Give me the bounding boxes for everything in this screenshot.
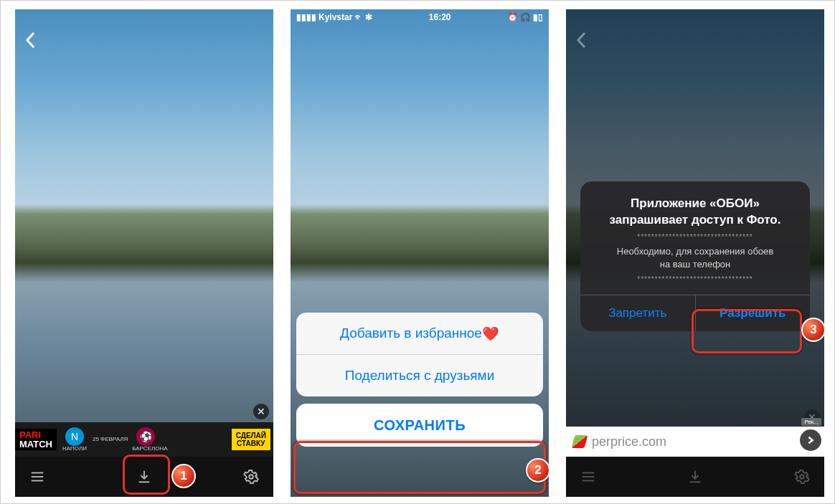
share-button[interactable]: Поделиться с друзьями: [296, 354, 543, 396]
alert-description: Необходимо, для сохранения обоевна ваш т…: [590, 245, 800, 271]
screenshot-3: Приложение «ОБОИ»запрашивает доступ к Фо…: [566, 9, 824, 497]
separator: *********************************: [590, 275, 800, 283]
ad-go-icon[interactable]: [800, 429, 821, 451]
highlight-allow: [692, 309, 802, 353]
ad-cta[interactable]: СДЕЛАЙСТАВКУ: [232, 429, 270, 450]
carrier-label: Kyivstar: [319, 12, 352, 22]
back-button[interactable]: [576, 31, 586, 54]
team2-icon: ⚽: [136, 427, 155, 446]
ad-text: perprice.com: [592, 434, 666, 450]
deny-button[interactable]: Запретить: [580, 295, 695, 331]
ad-banner[interactable]: perprice.com Рек...: [566, 427, 824, 457]
signal-icon: ▮▮▮▮: [296, 12, 316, 22]
screenshot-2: ▮▮▮▮Kyivstarᯤ✻ 16:20 ⏰🎧▮▯ Добавить в изб…: [291, 9, 549, 497]
match-date: 25 ФЕВРАЛЯ: [93, 437, 128, 442]
settings-icon[interactable]: [793, 467, 811, 486]
ad-logo-icon: [572, 435, 588, 448]
close-ad-icon[interactable]: ✕: [253, 404, 269, 419]
clock-label: 16:20: [429, 12, 451, 22]
status-bar: ▮▮▮▮Kyivstarᯤ✻ 16:20 ⏰🎧▮▯: [291, 9, 549, 25]
download-icon[interactable]: [686, 467, 704, 486]
ad-tag: Рек...: [801, 418, 821, 426]
tutorial-image: ✕ PARIMATCH N НАПОЛИ 25 ФЕВРАЛЯ ⚽ БАРСЕЛ…: [0, 0, 835, 504]
battery-icon: ▮▯: [533, 12, 543, 22]
headphones-icon: 🎧: [520, 12, 531, 22]
alarm-icon: ⏰: [507, 12, 518, 22]
callout-2: 2: [526, 458, 549, 482]
wifi-icon: ᯤ: [354, 12, 363, 22]
toolbar: [566, 457, 824, 497]
separator: *********************************: [590, 233, 800, 241]
team2-label: БАРСЕЛОНА: [132, 446, 167, 452]
svg-point-11: [800, 475, 804, 479]
team1-icon: N: [65, 427, 84, 446]
highlight-save: [293, 441, 546, 494]
ad-brand: PARIMATCH: [15, 429, 57, 450]
menu-icon[interactable]: [28, 467, 47, 486]
back-button[interactable]: [25, 31, 35, 54]
alert-title: Приложение «ОБОИ»запрашивает доступ к Фо…: [590, 196, 800, 229]
svg-point-5: [249, 475, 253, 479]
add-favorite-button[interactable]: Добавить в избранное❤️: [296, 313, 543, 354]
settings-icon[interactable]: [242, 467, 260, 486]
save-button[interactable]: СОХРАНИТЬ: [296, 404, 543, 447]
callout-1: 1: [171, 464, 196, 488]
callout-3: 3: [801, 318, 824, 342]
highlight-download: [123, 455, 170, 495]
ad-banner[interactable]: PARIMATCH N НАПОЛИ 25 ФЕВРАЛЯ ⚽ БАРСЕЛОН…: [15, 422, 273, 457]
heart-icon: ❤️: [482, 325, 499, 342]
action-sheet: Добавить в избранное❤️ Поделиться с друз…: [296, 313, 543, 447]
screenshot-1: ✕ PARIMATCH N НАПОЛИ 25 ФЕВРАЛЯ ⚽ БАРСЕЛ…: [15, 9, 273, 497]
menu-icon[interactable]: [579, 467, 598, 486]
team1-label: НАПОЛИ: [61, 446, 88, 452]
